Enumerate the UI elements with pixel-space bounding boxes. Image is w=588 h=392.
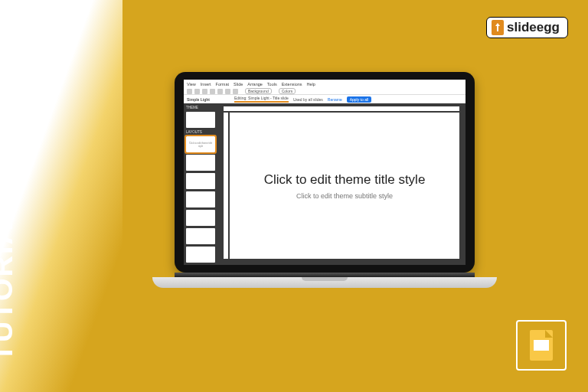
theme-master-thumb[interactable] [186, 112, 215, 128]
layout-thumb[interactable] [186, 173, 215, 189]
layout-thumb[interactable] [186, 210, 215, 226]
breadcrumb: Editing: Simple Light - Title slide [234, 96, 289, 103]
app-screen: View Insert Format Slide Arrange Tools E… [184, 80, 466, 265]
google-slides-badge [516, 320, 567, 371]
layout-thumb[interactable] [186, 191, 215, 207]
textbox-icon[interactable] [210, 89, 215, 94]
theme-section-label: THEME [186, 106, 215, 109]
menu-extensions[interactable]: Extensions [282, 82, 302, 87]
brand-badge: slideegg [486, 17, 568, 38]
menu-format[interactable]: Format [216, 82, 229, 87]
toolbar: Background Colors [184, 88, 466, 95]
menu-insert[interactable]: Insert [201, 82, 211, 87]
sidebar-title: TUTORIALS [0, 181, 15, 361]
editor-area: THEME LAYOUTS Click to edit theme title … [184, 103, 466, 265]
line-icon[interactable] [233, 89, 238, 94]
menu-tools[interactable]: Tools [267, 82, 277, 87]
redo-icon[interactable] [194, 89, 200, 94]
slide-canvas[interactable]: Click to edit theme title style Click to… [230, 113, 459, 259]
layouts-section-label: LAYOUTS [186, 130, 215, 134]
apply-all-button[interactable]: Apply to all [347, 96, 371, 103]
theme-subtitle-placeholder[interactable]: Click to edit theme subtitle style [296, 192, 393, 200]
layout-thumb[interactable] [186, 155, 215, 171]
laptop-mockup: View Insert Format Slide Arrange Tools E… [175, 72, 475, 288]
layout-thumb[interactable] [186, 228, 215, 244]
sidebar-title-block: GOOGLE SLIDES TUTORIALS [0, 181, 15, 361]
cursor-icon[interactable] [202, 89, 207, 94]
undo-icon[interactable] [187, 89, 192, 94]
menu-help[interactable]: Help [307, 82, 315, 87]
background-button[interactable]: Background [245, 88, 272, 94]
canvas-area: Click to edit theme title style Click to… [217, 103, 466, 265]
theme-title-placeholder[interactable]: Click to edit theme title style [264, 172, 426, 188]
brand-icon [492, 20, 504, 35]
rename-link[interactable]: Rename [328, 97, 342, 102]
layout-thumb[interactable] [186, 247, 215, 263]
colors-button[interactable]: Colors [279, 88, 296, 94]
left-gradient-band [0, 0, 122, 392]
menu-bar: View Insert Format Slide Arrange Tools E… [184, 80, 466, 88]
horizontal-ruler [224, 106, 459, 111]
menu-arrange[interactable]: Arrange [247, 82, 263, 87]
menu-slide[interactable]: Slide [234, 82, 243, 87]
brand-text: slideegg [507, 20, 560, 35]
thumbnail-panel: THEME LAYOUTS Click to edit theme title … [184, 103, 217, 265]
slides-file-icon [530, 330, 553, 361]
image-icon[interactable] [217, 89, 223, 94]
menu-view[interactable]: View [187, 82, 196, 87]
vertical-ruler [224, 113, 228, 259]
scope-label: Used by all slides [293, 97, 323, 102]
shape-icon[interactable] [225, 89, 230, 94]
layout-thumb-title-slide[interactable]: Click to edit theme title style [186, 136, 215, 152]
laptop-frame: View Insert Format Slide Arrange Tools E… [175, 72, 475, 273]
theme-name: Simple Light [187, 97, 210, 102]
master-title-bar: Simple Light Editing: Simple Light - Tit… [184, 95, 466, 103]
laptop-base [152, 277, 497, 288]
